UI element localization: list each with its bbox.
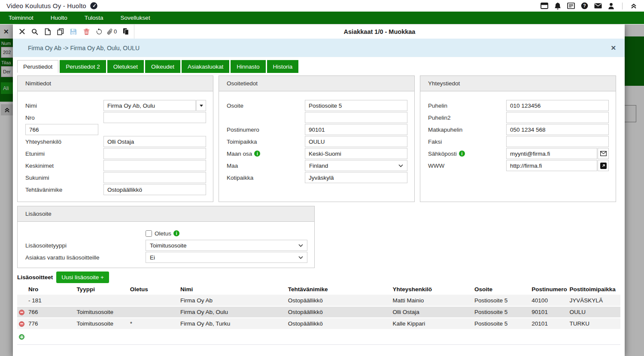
fieldset-title: Yhteystiedot: [420, 76, 616, 91]
field-row: Nimi: [25, 100, 206, 111]
nimi-line2-input[interactable]: [103, 112, 206, 123]
maan-osa-label: Maan osai: [227, 151, 305, 157]
notifications-icon[interactable]: [554, 3, 561, 9]
www-input[interactable]: [506, 160, 597, 171]
lisaosoitetyyppi-select[interactable]: Toimitusosoite: [146, 240, 307, 251]
info-icon[interactable]: i: [173, 230, 179, 236]
fieldset-osoitetiedot: Osoitetiedot Osoite Postinumero Toimipai…: [219, 75, 415, 202]
help-icon[interactable]: ?: [581, 2, 588, 9]
breadcrumb-bar: Firma Oy Ab -> Firma Oy Ab, Oulu, OULU ✕: [13, 39, 625, 57]
sukunimi-input[interactable]: [103, 172, 206, 183]
field-row: Keskinimet: [25, 160, 206, 171]
copy-icon[interactable]: [54, 26, 67, 37]
matkapuhelin-input[interactable]: [506, 124, 609, 135]
puhelin-label: Puhelin: [428, 103, 506, 109]
nimi-input[interactable]: [103, 100, 196, 111]
paste-icon[interactable]: [119, 26, 132, 37]
tab-perustiedot[interactable]: Perustiedot: [17, 60, 58, 73]
tab-historia[interactable]: Historia: [267, 60, 299, 73]
keskinimet-input[interactable]: [103, 160, 206, 171]
new-lisaosoite-button[interactable]: Uusi lisäosoite +: [56, 272, 109, 283]
collapse-icon[interactable]: [630, 3, 637, 9]
mail-icon[interactable]: [594, 3, 602, 9]
envelope-icon: [600, 151, 607, 156]
puhelin2-input[interactable]: [506, 112, 609, 123]
yhteyshenkilo-input[interactable]: [103, 136, 206, 147]
table-cell: Toimitusosoite: [76, 318, 129, 329]
menu-item-toiminnot[interactable]: Toiminnot: [0, 12, 42, 24]
add-row-icon[interactable]: [19, 334, 24, 340]
field-row: Osoite: [227, 100, 407, 111]
menu-item-sovellukset[interactable]: Sovellukset: [112, 12, 159, 24]
breadcrumb-close-icon[interactable]: ✕: [611, 44, 616, 52]
close-icon[interactable]: [15, 26, 28, 37]
news-icon[interactable]: [567, 3, 575, 9]
save-icon[interactable]: [67, 26, 80, 37]
tab-hinnasto[interactable]: Hinnasto: [231, 60, 265, 73]
new-document-icon[interactable]: [41, 26, 54, 37]
column-header: Nimi: [179, 284, 287, 295]
tab-perustiedot-2[interactable]: Perustiedot 2: [60, 60, 106, 73]
window-icon[interactable]: [541, 3, 548, 9]
etunimi-input[interactable]: [103, 148, 206, 159]
field-row: Sukunimi: [25, 172, 206, 183]
lisaosoitteet-label: Lisäosoitteet: [17, 274, 53, 281]
delete-row-icon[interactable]: [19, 310, 24, 315]
osoite-input[interactable]: [305, 100, 407, 111]
delete-row-icon[interactable]: [19, 321, 24, 327]
faksi-input[interactable]: [506, 136, 609, 147]
open-website-button[interactable]: [598, 160, 609, 171]
column-header: Nro: [27, 284, 76, 295]
table-cell: Postiosoite 5: [474, 295, 531, 306]
tab-oletukset[interactable]: Oletukset: [107, 60, 144, 73]
breadcrumb: Firma Oy Ab -> Firma Oy Ab, Oulu, OULU: [28, 45, 611, 51]
faksi-label: Faksi: [428, 139, 506, 145]
nimi-dropdown-button[interactable]: [196, 100, 206, 111]
puhelin-input[interactable]: [506, 100, 609, 111]
table-cell: Ostopäällikkö: [287, 306, 392, 318]
table-row[interactable]: - 181Firma Oy AbOstopäällikköMatti Maini…: [17, 295, 620, 306]
osoite-line2-input[interactable]: [305, 112, 407, 123]
send-email-button[interactable]: [598, 148, 609, 159]
table-cell: OULU: [569, 306, 620, 318]
dialog-title: Asiakkaat 1/0 - Muokkaa: [134, 24, 625, 39]
info-icon[interactable]: i: [254, 151, 260, 157]
oletus-label: Oletus: [155, 230, 171, 237]
asiakas-varattu-select[interactable]: Ei: [146, 252, 307, 263]
menu-item-huolto[interactable]: Huolto: [42, 12, 76, 24]
table-cell: 90101: [531, 306, 568, 318]
search-icon[interactable]: [28, 26, 41, 37]
sahkoposti-input[interactable]: [506, 148, 597, 159]
field-row: Puhelin: [428, 100, 609, 111]
menu-item-tulosta[interactable]: Tulosta: [76, 12, 112, 24]
fieldset-title: Nimitiedot: [18, 76, 213, 91]
tab-bar: Perustiedot Perustiedot 2 Oletukset Oike…: [17, 60, 625, 73]
maan-osa-input[interactable]: [305, 148, 407, 159]
field-row: Sähköpostii: [428, 148, 609, 159]
toimipaikka-input[interactable]: [305, 136, 407, 147]
field-row: [25, 124, 206, 135]
info-icon[interactable]: i: [459, 151, 465, 157]
table-row[interactable]: 766ToimitusosoiteFirma Oy Ab, OuluOstopä…: [17, 306, 620, 318]
column-header: Postitoimipaikka: [569, 284, 620, 295]
dialog-toolbar-buttons: 0: [13, 24, 134, 39]
user-icon[interactable]: [608, 3, 614, 9]
oletus-checkbox[interactable]: [146, 230, 152, 237]
nro-input[interactable]: [25, 124, 98, 135]
tehtavanimike-input[interactable]: [103, 184, 206, 195]
fieldset-yhteystiedot: Yhteystiedot Puhelin Puhelin2 Matkapuhel…: [420, 75, 616, 202]
kotipaikka-input[interactable]: [305, 172, 407, 183]
table-cell: 766: [27, 306, 76, 318]
svg-text:?: ?: [583, 3, 586, 8]
tab-oikeudet[interactable]: Oikeudet: [145, 60, 180, 73]
maa-select[interactable]: Finland: [305, 160, 407, 171]
undo-icon[interactable]: [93, 26, 106, 37]
table-cell: [76, 295, 129, 306]
postinumero-input[interactable]: [305, 124, 407, 135]
tab-asiakasluokat[interactable]: Asiakasluokat: [182, 60, 229, 73]
delete-icon[interactable]: [80, 26, 93, 37]
table-row[interactable]: 776Toimitusosoite*Firma Oy Ab, TurkuOsto…: [17, 318, 620, 329]
field-row: Postinumero: [227, 124, 407, 135]
attachment-icon[interactable]: 0: [106, 26, 119, 37]
sahkoposti-label: Sähköpostii: [428, 151, 506, 157]
